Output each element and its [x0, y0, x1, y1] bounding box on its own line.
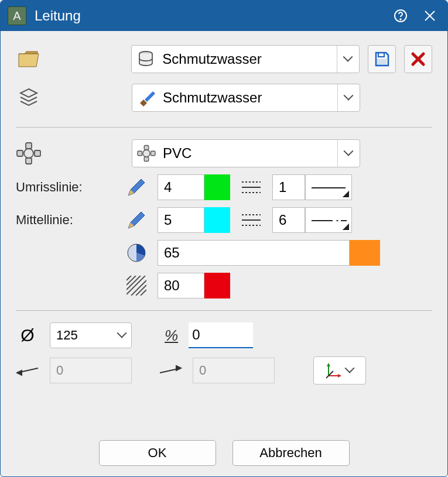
fill-row: [16, 240, 432, 266]
profile-value: Schmutzwasser: [160, 51, 337, 67]
chevron-down-icon: [114, 331, 131, 339]
center-linetype-picker[interactable]: [305, 207, 352, 233]
svg-marker-43: [338, 374, 341, 378]
linetype-icon: [238, 174, 264, 200]
center-linetype-group: [272, 207, 352, 233]
help-icon[interactable]: [390, 5, 411, 26]
profile-row: Schmutzwasser: [16, 45, 432, 73]
outline-linetype-group: [272, 174, 352, 200]
chevron-down-icon: [346, 366, 354, 375]
database-icon: [132, 45, 160, 73]
diameter-value: 125: [56, 328, 78, 343]
pencil-icon: [124, 207, 149, 233]
layer-value: Schmutzwasser: [160, 90, 337, 106]
svg-point-13: [24, 149, 33, 158]
svg-rect-9: [26, 143, 32, 149]
svg-line-30: [126, 276, 136, 285]
layer-row: Schmutzwasser: [16, 84, 432, 112]
piechart-icon: [124, 240, 149, 266]
svg-rect-11: [17, 150, 23, 156]
axes-icon: [325, 362, 343, 379]
chevron-down-icon[interactable]: [337, 46, 359, 73]
brush-icon: [132, 84, 160, 112]
center-color-swatch[interactable]: [204, 207, 230, 233]
divider: [16, 127, 432, 128]
height-end-input[interactable]: [193, 358, 275, 383]
gradient-label: %: [165, 327, 178, 345]
geometry-section: Ø 125 %: [16, 322, 432, 393]
fill-group: [158, 240, 380, 266]
gradient-input[interactable]: [189, 322, 253, 348]
diameter-row: Ø 125 %: [16, 322, 432, 348]
dialog-window: A Leitung: [0, 0, 448, 477]
svg-rect-17: [151, 151, 156, 156]
svg-marker-39: [176, 366, 181, 370]
outline-linetype-input[interactable]: [272, 174, 305, 200]
chevron-down-icon[interactable]: [337, 84, 360, 111]
height-start-icon: [16, 359, 39, 382]
profile-combo[interactable]: Schmutzwasser: [131, 45, 360, 73]
chevron-down-icon[interactable]: [337, 140, 360, 167]
hatch-group: [158, 273, 230, 298]
fill-input[interactable]: [158, 240, 350, 266]
pipe-fitting-icon: [132, 139, 160, 167]
material-value: PVC: [160, 145, 337, 162]
outline-pen-input[interactable]: [158, 174, 204, 200]
divider: [16, 310, 432, 311]
hatch-input[interactable]: [158, 273, 204, 298]
titlebar: A Leitung: [1, 1, 447, 31]
folder-icon: [16, 46, 42, 72]
layer-combo[interactable]: Schmutzwasser: [132, 84, 360, 112]
hatch-row: [16, 273, 432, 298]
layers-icon: [16, 85, 42, 111]
ok-button[interactable]: OK: [99, 440, 216, 466]
svg-rect-10: [26, 158, 32, 164]
pipe-fitting-icon: [16, 140, 42, 166]
hatch-color-swatch[interactable]: [204, 273, 230, 298]
app-icon: A: [8, 6, 26, 25]
outline-pen-group: [158, 174, 230, 200]
svg-rect-15: [144, 157, 149, 162]
cancel-button[interactable]: Abbrechen: [232, 440, 350, 466]
center-linetype-input[interactable]: [272, 207, 305, 233]
outline-color-swatch[interactable]: [204, 174, 230, 200]
heights-row: [16, 356, 432, 385]
pencil-icon: [124, 174, 149, 200]
svg-rect-14: [144, 146, 149, 150]
svg-marker-37: [17, 370, 22, 375]
svg-point-18: [143, 150, 150, 157]
height-start-input[interactable]: [50, 358, 132, 383]
outline-linetype-picker[interactable]: [305, 174, 352, 200]
style-section: PVC Umrisslinie:: [16, 139, 432, 306]
center-label: Mittellinie:: [16, 212, 115, 228]
center-pen-group: [158, 207, 230, 233]
svg-line-34: [136, 285, 146, 296]
delete-button[interactable]: [404, 45, 432, 73]
svg-rect-16: [138, 151, 142, 156]
hatch-icon: [124, 273, 149, 298]
svg-marker-41: [327, 363, 330, 366]
svg-line-44: [326, 371, 333, 378]
diameter-icon: Ø: [16, 324, 39, 347]
svg-point-26: [337, 220, 338, 221]
height-end-icon: [159, 359, 182, 382]
outline-label: Umrisslinie:: [16, 180, 115, 195]
center-pen-input[interactable]: [158, 207, 204, 233]
svg-rect-12: [35, 150, 40, 156]
dialog-content: Schmutzwasser: [1, 31, 447, 476]
material-combo[interactable]: PVC: [132, 139, 360, 167]
center-row: Mittellinie:: [16, 207, 432, 233]
reference-combo[interactable]: [313, 356, 366, 385]
material-row: PVC: [16, 139, 432, 167]
window-title: Leitung: [35, 8, 382, 24]
close-icon[interactable]: [419, 5, 440, 26]
svg-point-1: [400, 19, 401, 20]
save-button[interactable]: [368, 45, 396, 73]
dialog-buttons: OK Abbrechen: [16, 434, 432, 469]
svg-line-29: [126, 276, 131, 280]
outline-row: Umrisslinie:: [16, 174, 432, 200]
svg-rect-6: [378, 60, 386, 66]
diameter-combo[interactable]: 125: [50, 322, 132, 348]
fill-color-swatch[interactable]: [350, 240, 380, 266]
linetype-icon: [238, 207, 264, 233]
